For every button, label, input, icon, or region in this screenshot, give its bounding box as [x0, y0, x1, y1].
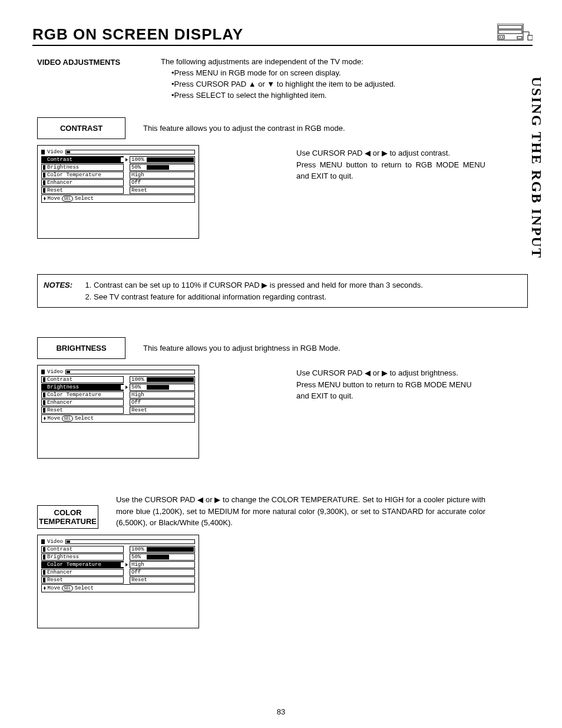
osd-value: 50%: [131, 384, 141, 390]
color-temp-box-line2: TEMPERATURE: [39, 517, 97, 526]
svg-rect-1: [498, 25, 522, 29]
osd-footer-sel-glyph: SEL: [62, 196, 73, 202]
page-number: 83: [0, 707, 562, 716]
note-item: See TV contrast feature for additional i…: [94, 291, 423, 303]
svg-rect-0: [497, 24, 523, 40]
osd-item: Contrast: [47, 377, 72, 383]
contrast-desc: This feature allows you to adjust the co…: [143, 123, 533, 134]
intro-bullet: •Press CURSOR PAD ▲ or ▼ to highlight th…: [171, 79, 485, 90]
instr-line: Use CURSOR PAD ◀ or ▶ to adjust contrast…: [296, 147, 485, 159]
svg-rect-3: [498, 35, 504, 39]
intro-label: VIDEO ADJUSTMENTS: [37, 57, 161, 101]
osd-footer-sel-glyph: SEL: [62, 416, 73, 421]
osd-screen-brightness: Video Contrast100% Brightness50% Color T…: [37, 365, 199, 459]
osd-value: Off: [131, 569, 141, 575]
svg-point-5: [502, 37, 503, 38]
osd-footer-move: Move: [48, 585, 61, 591]
osd-item: Color Temperature: [47, 172, 101, 178]
osd-value: High: [131, 562, 144, 568]
osd-footer-move: Move: [48, 416, 61, 421]
osd-value: Reset: [131, 407, 147, 413]
brightness-instructions: Use CURSOR PAD ◀ or ▶ to adjust brightne…: [214, 365, 533, 459]
osd-item: Brightness: [47, 384, 79, 390]
svg-rect-2: [498, 30, 522, 34]
intro-bullet: •Press SELECT to select the highlighted …: [171, 90, 485, 101]
instr-line: Use CURSOR PAD ◀ or ▶ to adjust brightne…: [296, 367, 485, 379]
osd-item: Color Temperature: [47, 392, 101, 398]
osd-value: 100%: [131, 377, 144, 383]
page-title: RGB ON SCREEN DISPLAY: [32, 25, 243, 44]
osd-value: High: [131, 172, 144, 178]
osd-title: Video: [47, 369, 63, 375]
osd-value: Off: [131, 400, 141, 406]
intro-row: VIDEO ADJUSTMENTS The following adjustme…: [32, 57, 533, 101]
osd-value: Reset: [131, 577, 147, 583]
osd-item: Reset: [47, 577, 63, 583]
svg-rect-6: [517, 37, 522, 39]
brightness-heading-box: BRIGHTNESS: [37, 337, 125, 359]
osd-screen-color-temp: Video Contrast100% Brightness50% Color T…: [37, 535, 199, 628]
side-tab-label: USING THE RGB INPUT: [528, 77, 544, 259]
osd-footer-sel-glyph: SEL: [62, 585, 73, 591]
brightness-section: BRIGHTNESS This feature allows you to ad…: [32, 337, 533, 459]
osd-item: Enhancer: [47, 180, 72, 186]
osd-footer-select: Select: [75, 416, 94, 421]
osd-item: Contrast: [47, 546, 72, 552]
page-title-row: RGB ON SCREEN DISPLAY: [32, 24, 533, 46]
color-temp-heading-box: COLOR TEMPERATURE: [37, 505, 98, 529]
contrast-section: CONTRAST This feature allows you to adju…: [32, 117, 533, 239]
osd-value: 100%: [131, 546, 144, 552]
osd-item: Enhancer: [47, 400, 72, 406]
monitor-icon: [497, 24, 533, 44]
osd-value: Off: [131, 180, 141, 186]
osd-value: 100%: [131, 157, 144, 163]
osd-value: 50%: [131, 164, 141, 170]
osd-item: Reset: [47, 407, 63, 413]
brightness-desc: This feature allows you to adjust bright…: [143, 343, 533, 354]
osd-item: Color Temperature: [47, 562, 101, 568]
osd-item: Brightness: [47, 164, 79, 170]
osd-title: Video: [47, 539, 63, 545]
contrast-instructions: Use CURSOR PAD ◀ or ▶ to adjust contrast…: [214, 145, 533, 239]
osd-value: 50%: [131, 554, 141, 560]
instr-line: Press MENU button to return to RGB MODE …: [296, 159, 485, 182]
osd-value: High: [131, 392, 144, 398]
notes-label: NOTES:: [44, 279, 82, 302]
color-temp-box-line1: COLOR: [39, 508, 97, 517]
osd-footer-select: Select: [75, 585, 94, 591]
instr-line: Press MENU button to return to RGB MODE …: [296, 379, 485, 402]
osd-item: Enhancer: [47, 569, 72, 575]
svg-point-4: [500, 37, 501, 38]
notes-box: NOTES: Contrast can be set up to 110% if…: [37, 274, 528, 308]
osd-item: Contrast: [47, 157, 72, 163]
color-temp-section: COLOR TEMPERATURE Use the CURSOR PAD ◀ o…: [32, 494, 533, 628]
intro-line: The following adjustments are independen…: [161, 57, 485, 68]
note-item: Contrast can be set up to 110% if CURSOR…: [94, 279, 423, 291]
contrast-heading-box: CONTRAST: [37, 117, 125, 139]
svg-rect-9: [528, 35, 533, 40]
osd-item: Brightness: [47, 554, 79, 560]
osd-value: Reset: [131, 187, 147, 193]
color-temp-desc: Use the CURSOR PAD ◀ or ▶ to change the …: [116, 494, 533, 529]
osd-title: Video: [47, 149, 63, 155]
intro-bullet: •Press MENU in RGB mode for on screen di…: [171, 68, 485, 79]
osd-screen-contrast: Video Contrast100% Brightness50% Color T…: [37, 145, 199, 239]
osd-footer-move: Move: [48, 196, 61, 202]
intro-text: The following adjustments are independen…: [161, 57, 533, 101]
osd-item: Reset: [47, 187, 63, 193]
osd-footer-select: Select: [75, 196, 94, 202]
